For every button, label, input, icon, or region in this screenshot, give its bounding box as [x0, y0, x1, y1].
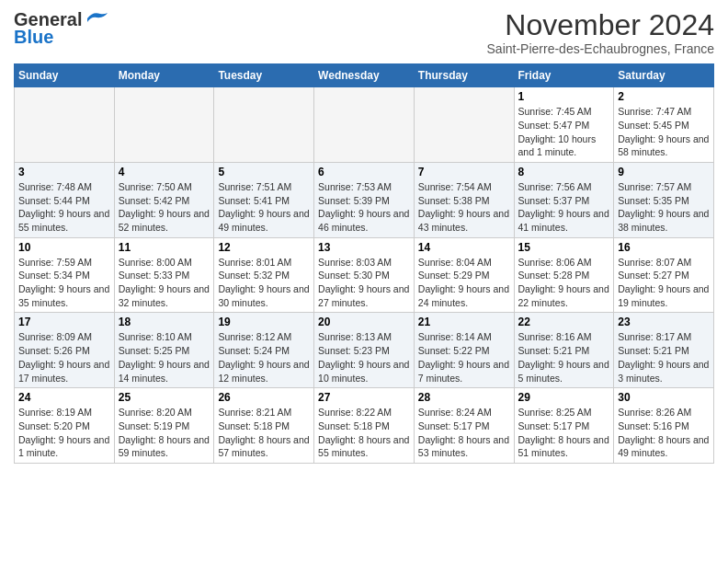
day-number: 25: [119, 391, 210, 404]
day-info: Sunrise: 8:17 AMSunset: 5:21 PMDaylight:…: [618, 330, 710, 385]
calendar-weekday-friday: Friday: [514, 64, 614, 87]
day-number: 4: [119, 166, 210, 178]
calendar-week-row: 17Sunrise: 8:09 AMSunset: 5:26 PMDayligh…: [15, 313, 714, 388]
day-info: Sunrise: 7:50 AMSunset: 5:42 PMDaylight:…: [119, 180, 210, 235]
day-number: 29: [518, 391, 610, 404]
day-info: Sunrise: 8:24 AMSunset: 5:17 PMDaylight:…: [418, 406, 510, 460]
calendar-cell: [314, 87, 415, 163]
logo-blue: Blue: [14, 27, 53, 48]
calendar-week-row: 3Sunrise: 7:48 AMSunset: 5:44 PMDaylight…: [15, 162, 714, 237]
calendar-cell: 30Sunrise: 8:26 AMSunset: 5:16 PMDayligh…: [614, 388, 714, 464]
day-info: Sunrise: 8:07 AMSunset: 5:27 PMDaylight:…: [618, 256, 710, 310]
calendar-cell: 20Sunrise: 8:13 AMSunset: 5:23 PMDayligh…: [314, 313, 415, 388]
page-subtitle: Saint-Pierre-des-Echaubrognes, France: [487, 41, 714, 56]
day-info: Sunrise: 7:53 AMSunset: 5:39 PMDaylight:…: [318, 180, 410, 235]
day-info: Sunrise: 8:25 AMSunset: 5:17 PMDaylight:…: [518, 406, 610, 460]
day-number: 24: [18, 391, 110, 404]
calendar-week-row: 10Sunrise: 7:59 AMSunset: 5:34 PMDayligh…: [15, 237, 714, 313]
calendar-weekday-monday: Monday: [114, 64, 214, 87]
day-number: 30: [618, 391, 710, 404]
calendar-cell: 14Sunrise: 8:04 AMSunset: 5:29 PMDayligh…: [414, 237, 514, 313]
day-number: 3: [18, 166, 110, 178]
logo: General Blue: [14, 9, 109, 48]
day-info: Sunrise: 8:04 AMSunset: 5:29 PMDaylight:…: [418, 256, 510, 310]
day-info: Sunrise: 8:26 AMSunset: 5:16 PMDaylight:…: [618, 406, 710, 460]
calendar-cell: 3Sunrise: 7:48 AMSunset: 5:44 PMDaylight…: [15, 162, 115, 237]
day-number: 2: [618, 90, 710, 103]
day-info: Sunrise: 8:20 AMSunset: 5:19 PMDaylight:…: [119, 406, 210, 460]
calendar-cell: 11Sunrise: 8:00 AMSunset: 5:33 PMDayligh…: [114, 237, 214, 313]
logo-bird-icon: [84, 9, 109, 28]
day-number: 27: [318, 391, 410, 404]
day-number: 1: [518, 90, 610, 103]
day-info: Sunrise: 8:13 AMSunset: 5:23 PMDaylight:…: [318, 330, 410, 385]
day-info: Sunrise: 8:21 AMSunset: 5:18 PMDaylight:…: [218, 406, 310, 460]
day-number: 8: [518, 166, 610, 178]
day-number: 19: [218, 316, 310, 328]
calendar-week-row: 1Sunrise: 7:45 AMSunset: 5:47 PMDaylight…: [15, 87, 714, 163]
calendar-cell: 5Sunrise: 7:51 AMSunset: 5:41 PMDaylight…: [214, 162, 314, 237]
day-number: 11: [119, 241, 210, 254]
day-info: Sunrise: 8:22 AMSunset: 5:18 PMDaylight:…: [318, 406, 410, 460]
day-number: 10: [18, 241, 110, 254]
calendar-cell: 27Sunrise: 8:22 AMSunset: 5:18 PMDayligh…: [314, 388, 415, 464]
calendar-cell: 2Sunrise: 7:47 AMSunset: 5:45 PMDaylight…: [614, 87, 714, 163]
calendar-weekday-tuesday: Tuesday: [214, 64, 314, 87]
calendar-cell: 10Sunrise: 7:59 AMSunset: 5:34 PMDayligh…: [15, 237, 115, 313]
day-info: Sunrise: 7:51 AMSunset: 5:41 PMDaylight:…: [218, 180, 310, 235]
calendar-cell: 22Sunrise: 8:16 AMSunset: 5:21 PMDayligh…: [514, 313, 614, 388]
day-number: 18: [119, 316, 210, 328]
day-number: 22: [518, 316, 610, 328]
day-info: Sunrise: 8:12 AMSunset: 5:24 PMDaylight:…: [218, 330, 310, 385]
day-number: 6: [318, 166, 410, 178]
day-number: 15: [518, 241, 610, 254]
day-number: 13: [318, 241, 410, 254]
calendar-cell: 13Sunrise: 8:03 AMSunset: 5:30 PMDayligh…: [314, 237, 415, 313]
calendar-cell: 28Sunrise: 8:24 AMSunset: 5:17 PMDayligh…: [414, 388, 514, 464]
day-info: Sunrise: 7:48 AMSunset: 5:44 PMDaylight:…: [18, 180, 110, 235]
calendar-week-row: 24Sunrise: 8:19 AMSunset: 5:20 PMDayligh…: [15, 388, 714, 464]
day-info: Sunrise: 8:01 AMSunset: 5:32 PMDaylight:…: [218, 256, 310, 310]
calendar-weekday-thursday: Thursday: [414, 64, 514, 87]
day-number: 17: [18, 316, 110, 328]
day-info: Sunrise: 8:00 AMSunset: 5:33 PMDaylight:…: [119, 256, 210, 310]
calendar-cell: 21Sunrise: 8:14 AMSunset: 5:22 PMDayligh…: [414, 313, 514, 388]
calendar-cell: 26Sunrise: 8:21 AMSunset: 5:18 PMDayligh…: [214, 388, 314, 464]
calendar-cell: 6Sunrise: 7:53 AMSunset: 5:39 PMDaylight…: [314, 162, 415, 237]
day-info: Sunrise: 8:09 AMSunset: 5:26 PMDaylight:…: [18, 330, 110, 385]
calendar-cell: [414, 87, 514, 163]
day-info: Sunrise: 7:47 AMSunset: 5:45 PMDaylight:…: [618, 105, 710, 159]
day-info: Sunrise: 7:56 AMSunset: 5:37 PMDaylight:…: [518, 180, 610, 235]
calendar-weekday-sunday: Sunday: [15, 64, 115, 87]
day-number: 23: [618, 316, 710, 328]
calendar-cell: 18Sunrise: 8:10 AMSunset: 5:25 PMDayligh…: [114, 313, 214, 388]
calendar-table: SundayMondayTuesdayWednesdayThursdayFrid…: [14, 63, 714, 464]
day-number: 28: [418, 391, 510, 404]
day-number: 21: [418, 316, 510, 328]
calendar-weekday-wednesday: Wednesday: [314, 64, 415, 87]
day-number: 9: [618, 166, 710, 178]
day-info: Sunrise: 7:45 AMSunset: 5:47 PMDaylight:…: [518, 105, 610, 159]
day-number: 7: [418, 166, 510, 178]
calendar-cell: 15Sunrise: 8:06 AMSunset: 5:28 PMDayligh…: [514, 237, 614, 313]
day-info: Sunrise: 7:59 AMSunset: 5:34 PMDaylight:…: [18, 256, 110, 310]
day-number: 12: [218, 241, 310, 254]
calendar-cell: 12Sunrise: 8:01 AMSunset: 5:32 PMDayligh…: [214, 237, 314, 313]
calendar-cell: 7Sunrise: 7:54 AMSunset: 5:38 PMDaylight…: [414, 162, 514, 237]
calendar-cell: 29Sunrise: 8:25 AMSunset: 5:17 PMDayligh…: [514, 388, 614, 464]
day-info: Sunrise: 8:06 AMSunset: 5:28 PMDaylight:…: [518, 256, 610, 310]
calendar-cell: 16Sunrise: 8:07 AMSunset: 5:27 PMDayligh…: [614, 237, 714, 313]
calendar-cell: 4Sunrise: 7:50 AMSunset: 5:42 PMDaylight…: [114, 162, 214, 237]
title-section: November 2024 Saint-Pierre-des-Echaubrog…: [487, 9, 714, 56]
calendar-weekday-saturday: Saturday: [614, 64, 714, 87]
calendar-cell: 23Sunrise: 8:17 AMSunset: 5:21 PMDayligh…: [614, 313, 714, 388]
calendar-cell: 25Sunrise: 8:20 AMSunset: 5:19 PMDayligh…: [114, 388, 214, 464]
page-title: November 2024: [487, 9, 714, 41]
day-number: 26: [218, 391, 310, 404]
calendar-cell: [114, 87, 214, 163]
day-info: Sunrise: 8:16 AMSunset: 5:21 PMDaylight:…: [518, 330, 610, 385]
calendar-cell: 1Sunrise: 7:45 AMSunset: 5:47 PMDaylight…: [514, 87, 614, 163]
calendar-cell: 24Sunrise: 8:19 AMSunset: 5:20 PMDayligh…: [15, 388, 115, 464]
calendar-header-row: SundayMondayTuesdayWednesdayThursdayFrid…: [15, 64, 714, 87]
day-info: Sunrise: 8:19 AMSunset: 5:20 PMDaylight:…: [18, 406, 110, 460]
